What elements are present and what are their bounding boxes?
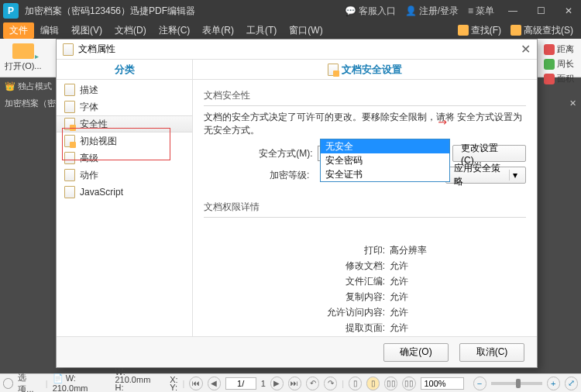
area-icon xyxy=(544,74,555,84)
menu-document[interactable]: 文档(D) xyxy=(108,22,153,39)
minimize-button[interactable]: — xyxy=(504,3,522,19)
perm-val: 高分辨率 xyxy=(390,244,427,257)
maximize-button[interactable]: ☐ xyxy=(531,3,550,19)
doc-icon xyxy=(64,84,75,96)
menu-edit[interactable]: 编辑 xyxy=(34,22,65,39)
perm-key: 复制内容: xyxy=(204,291,390,304)
dialog-title: 文档属性 xyxy=(78,43,115,56)
page-width: W: 210.0mm xyxy=(115,368,160,383)
fit-button[interactable]: ⤢ xyxy=(565,377,578,390)
zoom-in-button[interactable]: + xyxy=(547,377,560,390)
doc-icon xyxy=(64,186,75,198)
settings-header: 文档安全设置 xyxy=(193,60,537,80)
open-button[interactable]: 打开(O)... xyxy=(0,42,46,74)
section-permissions: 文档权限详情 xyxy=(204,201,526,214)
first-page-button[interactable]: ⏮ xyxy=(189,377,202,390)
page-input[interactable] xyxy=(225,377,256,390)
login-link[interactable]: 👤 注册/登录 xyxy=(405,5,459,18)
perimeter-icon xyxy=(544,59,555,70)
doc-icon xyxy=(64,135,75,147)
options-link[interactable]: 选项... xyxy=(18,372,40,393)
menu-tools[interactable]: 工具(T) xyxy=(240,22,283,39)
tab-close-icon[interactable]: ✕ xyxy=(569,98,576,108)
window-title: 加密档案（密码123456）迅捷PDF编辑器 xyxy=(25,5,345,18)
cat-advanced[interactable]: 高级 xyxy=(57,150,192,167)
folder-icon xyxy=(12,43,34,59)
dialog-close-button[interactable]: ✕ xyxy=(521,42,531,57)
lock-icon xyxy=(328,64,339,76)
adv-find-link[interactable]: 高级查找(S) xyxy=(511,24,573,37)
adv-find-icon xyxy=(511,25,521,36)
menu-view[interactable]: 视图(V) xyxy=(65,22,108,39)
forward-button[interactable]: ↷ xyxy=(324,377,337,390)
page-total: 1 xyxy=(261,379,266,388)
document-tab[interactable]: 加密档案（密 xyxy=(5,98,56,109)
doc-icon xyxy=(64,101,75,113)
lock-icon xyxy=(64,118,75,130)
zoom-out-button[interactable]: − xyxy=(473,377,486,390)
cat-fonts[interactable]: 字体 xyxy=(57,98,192,115)
close-button[interactable]: ✕ xyxy=(559,3,578,19)
last-page-button[interactable]: ⏭ xyxy=(288,377,301,390)
app-logo: P xyxy=(3,3,19,19)
zoom-select[interactable] xyxy=(421,377,464,390)
perm-val: 允许 xyxy=(390,291,408,304)
dialog-footer: 确定(O) 取消(C) xyxy=(57,336,537,367)
menu-form[interactable]: 表单(R) xyxy=(196,22,240,39)
cat-security[interactable]: 安全性 xyxy=(57,115,192,132)
security-description: 文档的安全方式决定了可许可的更改。要移除安全限制，请将 安全方式设置为 无安全方… xyxy=(204,111,526,137)
find-link[interactable]: 查找(F) xyxy=(458,24,501,37)
encrypt-level-label: 加密等级: xyxy=(204,169,314,182)
cat-initial-view[interactable]: 初始视图 xyxy=(57,132,192,150)
cancel-button[interactable]: 取消(C) xyxy=(459,343,524,362)
perm-key: 文件汇编: xyxy=(204,275,390,288)
doc-size: 📄 W: 210.0mm xyxy=(53,373,111,392)
layout-continuous-button[interactable]: ▯ xyxy=(366,377,380,390)
cursor-x: X: xyxy=(170,376,177,383)
back-button[interactable]: ↶ xyxy=(306,377,319,390)
menu-window[interactable]: 窗口(W) xyxy=(283,22,328,39)
support-link[interactable]: 💬 客服入口 xyxy=(345,5,396,18)
perm-val: 允许 xyxy=(390,322,408,335)
document-properties-dialog: 文档属性 ✕ 分类 描述 字体 安全性 初始视图 高级 动作 JavaScrip… xyxy=(56,39,538,368)
main-menu[interactable]: ≡ 菜单 xyxy=(468,5,494,18)
cat-javascript[interactable]: JavaScript xyxy=(57,184,192,201)
menu-file[interactable]: 文件 xyxy=(3,22,34,39)
apply-policy-button[interactable]: 应用安全策略▾ xyxy=(445,167,526,184)
doc-icon xyxy=(63,43,74,56)
section-security: 文档安全性 xyxy=(204,89,526,102)
permissions-list: 打印:高分辨率 修改文档:允许 文件汇编:允许 复制内容:允许 允许访问内容:允… xyxy=(204,244,526,336)
perm-key: 修改文档: xyxy=(204,260,390,273)
cat-actions[interactable]: 动作 xyxy=(57,167,192,184)
settings-panel: 文档安全设置 文档安全性 文档的安全方式决定了可许可的更改。要移除安全限制，请将… xyxy=(193,60,537,336)
cat-description[interactable]: 描述 xyxy=(57,81,192,98)
ok-button[interactable]: 确定(O) xyxy=(383,343,449,362)
layout-single-button[interactable]: ▯ xyxy=(349,377,362,390)
dialog-titlebar: 文档属性 ✕ xyxy=(57,40,537,60)
perm-key: 允许访问内容: xyxy=(204,306,390,319)
category-panel: 分类 描述 字体 安全性 初始视图 高级 动作 JavaScript xyxy=(57,60,193,336)
perm-val: 允许 xyxy=(390,275,408,288)
menu-comment[interactable]: 注释(C) xyxy=(153,22,197,39)
open-label: 打开(O)... xyxy=(5,60,41,72)
option-certificate[interactable]: 安全证书 xyxy=(321,167,449,181)
exclusive-mode[interactable]: 👑 独占模式 xyxy=(5,81,52,92)
option-password[interactable]: 安全密码 xyxy=(321,153,449,167)
perm-key: 提取页面: xyxy=(204,322,390,335)
layout-facing-cont-button[interactable]: ▯▯ xyxy=(402,377,415,390)
tool-area[interactable]: 面积 xyxy=(544,73,576,84)
chevron-down-icon: ▾ xyxy=(509,170,517,181)
zoom-slider[interactable] xyxy=(491,382,542,385)
doc-icon xyxy=(64,152,75,164)
next-page-button[interactable]: ▶ xyxy=(270,377,284,390)
title-bar: P 加密档案（密码123456）迅捷PDF编辑器 💬 客服入口 👤 注册/登录 … xyxy=(0,0,581,22)
tool-perimeter[interactable]: 周长 xyxy=(544,58,576,70)
prev-page-button[interactable]: ◀ xyxy=(208,377,221,390)
gear-icon[interactable] xyxy=(3,378,13,389)
security-method-label: 安全方式(M): xyxy=(204,147,318,160)
distance-icon xyxy=(544,44,555,55)
tool-distance[interactable]: 距离 xyxy=(544,43,576,55)
option-no-security[interactable]: 无安全 xyxy=(321,139,449,153)
change-settings-button[interactable]: 更改设置(C)... xyxy=(452,145,526,162)
layout-facing-button[interactable]: ▯▯ xyxy=(384,377,397,390)
